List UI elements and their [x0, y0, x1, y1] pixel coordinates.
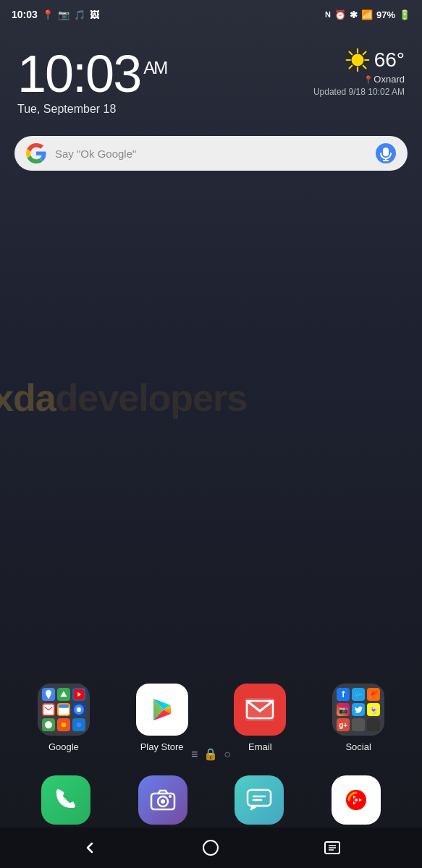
status-time: 10:03 — [12, 9, 38, 20]
home-button[interactable] — [202, 839, 219, 856]
svg-rect-10 — [383, 148, 389, 156]
weather-widget: 66° Oxnard Updated 9/18 10:02 AM — [313, 48, 405, 97]
battery-icon: 🔋 — [399, 9, 410, 20]
google-logo — [26, 143, 46, 163]
search-bar-container[interactable]: Say "Ok Google" — [0, 116, 422, 171]
svg-line-7 — [363, 52, 366, 55]
folder-app-gmail — [42, 703, 55, 716]
svg-point-22 — [62, 723, 67, 728]
camera-dock-icon[interactable] — [138, 775, 187, 825]
status-right: N ⏰ ✱ 📶 97% 🔋 — [325, 9, 410, 20]
svg-rect-16 — [43, 705, 54, 715]
location-icon: 📍 — [42, 9, 54, 20]
watermark: xdadevelopers — [0, 376, 422, 420]
svg-point-37 — [203, 841, 218, 855]
alarm-icon: ⏰ — [334, 9, 346, 20]
play-store-app[interactable]: Play Store — [133, 684, 191, 752]
svg-point-21 — [45, 721, 53, 729]
play-store-icon[interactable] — [136, 684, 188, 736]
sun-icon — [345, 48, 370, 72]
phone-icon — [54, 788, 78, 812]
bluetooth-icon: ✱ — [350, 9, 358, 20]
svg-rect-30 — [248, 790, 271, 806]
folder-app-reddit: 🚩 — [367, 688, 380, 701]
folder-app-calendar — [57, 703, 70, 716]
weather-temp: 66° — [374, 48, 405, 72]
google-app[interactable]: Google — [35, 684, 93, 752]
folder-app-instagram: 📷 — [337, 703, 350, 716]
weather-updated: Updated 9/18 10:02 AM — [313, 87, 405, 97]
signal-icon: 📶 — [361, 9, 373, 20]
folder-app-photos — [42, 718, 55, 731]
folder-app-empty — [352, 718, 365, 731]
folder-app-maps — [42, 688, 55, 701]
email-app[interactable]: Email — [231, 684, 289, 752]
folder-app-twitter2 — [352, 703, 365, 716]
status-bar: 10:03 📍 📷 🎵 🖼 N ⏰ ✱ 📶 97% 🔋 — [0, 0, 422, 26]
mic-icon[interactable] — [376, 143, 396, 163]
social-folder-icon[interactable]: f 🐦 🚩 📷 👻 g+ — [332, 684, 384, 736]
weather-top: 66° — [313, 48, 405, 72]
svg-point-0 — [351, 54, 363, 67]
messages-dock-icon[interactable] — [235, 775, 284, 825]
clock-left: 10:03AM Tue, September 18 — [17, 48, 166, 116]
back-button[interactable] — [81, 839, 98, 856]
svg-line-8 — [349, 66, 352, 69]
clock-date: Tue, September 18 — [17, 103, 166, 116]
clock-time: 10:03AM — [17, 48, 166, 100]
svg-point-28 — [161, 799, 165, 804]
folder-app-drive — [57, 688, 70, 701]
clock-widget: 10:03AM Tue, September 18 66° Oxnard Upd… — [0, 26, 422, 116]
svg-line-5 — [349, 52, 352, 55]
nfc-icon: N — [325, 10, 331, 19]
folder-app-twitter: 🐦 — [352, 688, 365, 701]
social-app[interactable]: f 🐦 🚩 📷 👻 g+ — [329, 684, 387, 752]
recent-button[interactable] — [324, 841, 341, 855]
nav-bar — [0, 827, 422, 868]
media-icon: 🎵 — [74, 9, 85, 20]
svg-marker-13 — [60, 691, 67, 697]
weather-location: Oxnard — [313, 74, 405, 85]
folder-app-empty2 — [367, 718, 380, 731]
google-folder-icon[interactable] — [38, 684, 90, 736]
search-bar[interactable]: Say "Ok Google" — [14, 136, 408, 171]
folder-app-chrome — [72, 703, 85, 716]
svg-point-23 — [77, 723, 82, 728]
camera-icon — [150, 788, 176, 812]
ytmusic-dock-icon[interactable] — [332, 775, 381, 825]
svg-line-6 — [363, 66, 366, 69]
folder-app-snapchat: 👻 — [367, 703, 380, 716]
dot-home-icon: 🔒 — [203, 747, 218, 761]
svg-point-20 — [77, 707, 81, 712]
dot-lines-icon: ≡ — [191, 748, 198, 761]
email-logo — [245, 698, 274, 721]
folder-app-assistant — [72, 718, 85, 731]
email-icon[interactable] — [234, 684, 286, 736]
phone-dock-icon[interactable] — [41, 775, 90, 825]
messages-icon — [246, 788, 272, 812]
folder-app-keep — [57, 718, 70, 731]
dot-circle-icon: ○ — [224, 748, 231, 761]
bottom-dock — [0, 775, 422, 825]
folder-app-facebook: f — [337, 688, 350, 701]
play-store-logo — [148, 695, 177, 724]
search-placeholder[interactable]: Say "Ok Google" — [55, 148, 367, 160]
folder-app-youtube — [72, 688, 85, 701]
svg-rect-18 — [59, 705, 69, 708]
app-grid: Google — [0, 684, 422, 752]
folder-app-gplus: g+ — [337, 718, 350, 731]
battery-text: 97% — [376, 9, 395, 20]
svg-point-36 — [355, 799, 358, 801]
instagram-icon: 📷 — [58, 9, 69, 20]
photos-icon: 🖼 — [90, 9, 99, 20]
svg-point-29 — [169, 795, 172, 798]
ytmusic-icon — [343, 788, 369, 812]
nav-dots: ≡ 🔒 ○ — [0, 747, 422, 761]
status-left: 10:03 📍 📷 🎵 🖼 — [12, 9, 99, 20]
